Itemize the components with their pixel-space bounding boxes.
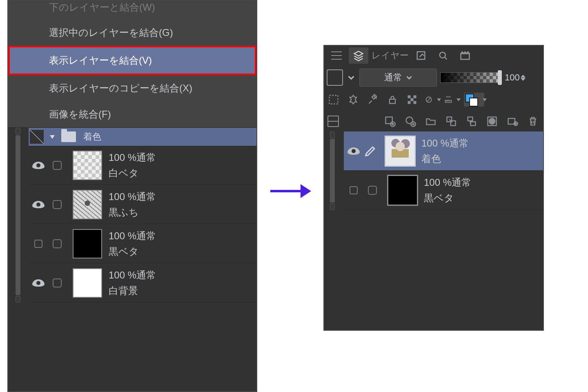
opacity-slider[interactable] [440, 72, 501, 83]
visibility-icon[interactable] [32, 279, 45, 287]
opacity-stepper[interactable] [521, 75, 526, 81]
chevron-down-icon[interactable] [346, 73, 356, 82]
svg-point-1 [440, 52, 445, 58]
layer-name: 着色 [421, 152, 469, 165]
layer-color-button[interactable] [464, 93, 484, 107]
layer-row[interactable]: 100 %通常 黒ふち [29, 185, 256, 224]
blend-opacity-row: 通常 100 [324, 65, 543, 88]
layer-name: 白背景 [109, 284, 156, 297]
layer-color-swatch[interactable] [327, 69, 343, 86]
layer-thumbnail [385, 136, 416, 167]
layer-options-row [324, 88, 543, 111]
svg-rect-19 [468, 117, 473, 121]
layer-thumbnail [73, 151, 102, 180]
draft-layer-icon[interactable] [366, 93, 380, 107]
pen-icon [363, 144, 377, 158]
scrollbar[interactable] [16, 128, 20, 303]
checkbox[interactable] [53, 161, 62, 170]
menu-merge-visible-copy[interactable]: 表示レイヤーのコピーを結合(X) [8, 75, 256, 101]
layer-name: 黒ベタ [109, 245, 156, 258]
visibility-icon[interactable] [347, 147, 360, 155]
layer-opacity: 100 %通常 [109, 151, 156, 164]
clapper-icon [459, 50, 471, 61]
svg-rect-6 [408, 96, 411, 98]
layer-list-right: 100 %通常 着色 100 %通常 黒ベタ [324, 131, 543, 210]
lock-icon[interactable] [385, 93, 399, 107]
svg-rect-2 [461, 53, 470, 59]
svg-point-22 [489, 118, 495, 124]
checkbox[interactable] [368, 186, 377, 195]
select-bounds-icon[interactable] [327, 93, 341, 107]
new-raster-layer-icon[interactable] [383, 114, 397, 128]
hamburger-icon [331, 51, 342, 60]
menu-merge-selected[interactable]: 選択中のレイヤーを結合(G) [8, 20, 256, 46]
layer-name: 黒ふち [109, 206, 156, 219]
svg-rect-9 [408, 101, 411, 104]
new-folder-icon[interactable] [424, 114, 438, 128]
layer-actions-row [324, 111, 543, 131]
menu-merge-down: 下のレイヤーと結合(W) [8, 1, 256, 20]
folder-name: 着色 [83, 131, 101, 143]
tab-timeline[interactable] [455, 47, 475, 64]
svg-rect-5 [390, 99, 395, 104]
lock-transparency-icon[interactable] [405, 93, 419, 107]
layer-opacity: 100 %通常 [424, 176, 471, 189]
search-icon [437, 50, 449, 61]
slider-handle[interactable] [498, 70, 502, 85]
visibility-off[interactable] [350, 186, 358, 194]
layer-row[interactable]: 100 %通常 黒ベタ [29, 224, 256, 263]
delete-layer-icon[interactable] [526, 114, 540, 128]
layer-row[interactable]: 100 %通常 白背景 [29, 263, 256, 303]
disclosure-icon[interactable] [50, 135, 55, 139]
svg-rect-8 [411, 98, 414, 101]
blend-mode-select[interactable]: 通常 [359, 69, 437, 87]
ruler-enable-icon[interactable] [444, 93, 458, 107]
svg-rect-7 [414, 96, 416, 98]
svg-rect-3 [330, 96, 338, 104]
apply-mask-icon[interactable] [506, 114, 519, 128]
layers-icon [353, 50, 364, 61]
layer-name: 白ベタ [109, 167, 156, 180]
arrow-icon [270, 180, 311, 203]
mask-enable-icon[interactable] [425, 93, 439, 107]
checkbox[interactable] [53, 239, 62, 248]
layer-list-left: 着色 100 %通常 白ベタ 100 %通常 黒ふち [8, 128, 256, 303]
layer-opacity: 100 %通常 [109, 190, 156, 203]
layer-row[interactable]: 100 %通常 白ベタ [29, 146, 256, 185]
checkbox[interactable] [53, 278, 62, 287]
layer-row[interactable]: 100 %通常 黒ベタ [344, 171, 543, 210]
tab-edit[interactable] [411, 47, 431, 64]
transfer-down-icon[interactable] [444, 114, 458, 128]
menu-merge-visible[interactable]: 表示レイヤーを結合(V) [8, 46, 256, 75]
tab-label: レイヤー [372, 49, 409, 62]
color-swatch-icon [465, 94, 477, 106]
layer-thumbnail [73, 268, 102, 298]
visibility-icon[interactable] [32, 162, 45, 169]
layer-thumbnail [73, 229, 102, 258]
layer-thumbnail [387, 175, 418, 206]
svg-rect-20 [471, 122, 476, 125]
tab-search[interactable] [433, 47, 453, 64]
layer-name: 黒ベタ [424, 192, 471, 205]
right-panel: レイヤー 通常 100 [323, 45, 544, 331]
merge-down-icon[interactable] [465, 114, 479, 128]
create-mask-icon[interactable] [485, 114, 499, 128]
visibility-icon[interactable] [32, 201, 45, 208]
tab-layers[interactable] [349, 47, 368, 64]
reference-layer-icon[interactable] [346, 93, 360, 107]
layer-opacity: 100 %通常 [109, 229, 156, 243]
new-vector-layer-icon[interactable] [403, 114, 417, 128]
menu-flatten-image[interactable]: 画像を統合(F) [8, 101, 256, 127]
left-panel: 下のレイヤーと結合(W) 選択中のレイヤーを結合(G) 表示レイヤーを結合(V)… [7, 0, 257, 392]
panel-menu-button[interactable] [327, 47, 346, 64]
layer-row[interactable]: 100 %通常 着色 [344, 131, 543, 171]
blend-mode-value: 通常 [384, 71, 402, 84]
visibility-off[interactable] [34, 240, 42, 248]
layer-thumbnail [73, 190, 102, 219]
palette-view-icon[interactable] [327, 116, 339, 127]
scrollbar[interactable] [330, 131, 335, 210]
checkbox[interactable] [53, 200, 62, 209]
svg-rect-10 [414, 101, 416, 104]
layer-opacity: 100 %通常 [421, 137, 469, 150]
folder-row[interactable]: 着色 [29, 128, 256, 146]
